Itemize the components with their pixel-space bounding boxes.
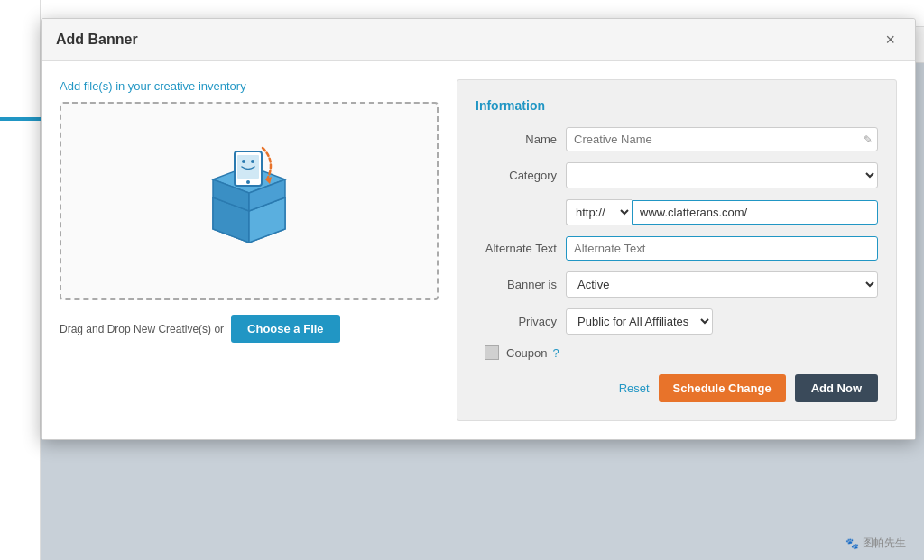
background-sidebar [0,0,41,560]
coupon-label: Coupon [506,346,548,360]
svg-point-2 [246,180,250,184]
category-label: Category [476,169,566,182]
name-input-wrapper: ✎ [566,127,878,151]
watermark-text: 图帕先生 [863,536,906,551]
svg-point-3 [242,160,245,163]
upload-label: Add file(s) in your creative inventory [60,79,439,93]
alt-text-row: Alternate Text [476,236,878,261]
info-title: Information [476,98,878,113]
choose-file-button[interactable]: Choose a File [231,315,340,343]
drop-text: Drag and Drop New Creative(s) or [60,323,224,335]
reset-button[interactable]: Reset [619,381,650,395]
modal-title: Add Banner [56,32,138,48]
banner-is-label: Banner is [476,278,566,291]
alt-text-input[interactable] [566,236,878,261]
modal-header: Add Banner × [42,19,915,61]
name-input[interactable] [566,127,878,151]
add-banner-modal: Add Banner × Add file(s) in your creativ… [41,18,916,440]
drop-zone[interactable] [60,102,439,300]
schedule-change-button[interactable]: Schedule Change [659,374,786,402]
alt-text-label: Alternate Text [476,242,566,255]
coupon-checkbox[interactable] [485,345,499,360]
watermark: 🐾 图帕先生 [845,536,906,551]
modal-body: Add file(s) in your creative inventory [42,61,915,439]
category-select[interactable] [566,162,878,188]
close-button[interactable]: × [880,30,901,50]
form-actions: Reset Schedule Change Add Now [476,374,878,402]
drop-zone-footer: Drag and Drop New Creative(s) or Choose … [60,315,439,343]
url-row: http:// https:// [476,199,878,225]
modal-overlay: Se Add Banner × Add file(s) in your crea… [0,0,924,560]
watermark-icon: 🐾 [845,537,859,550]
add-now-button[interactable]: Add Now [795,374,878,402]
edit-icon: ✎ [864,133,873,146]
coupon-help-icon[interactable]: ? [553,346,559,360]
sidebar-accent [0,117,41,121]
name-label: Name [476,133,566,146]
name-row: Name ✎ [476,127,878,151]
url-input[interactable] [632,200,878,225]
privacy-label: Privacy [476,315,566,328]
coupon-row: Coupon ? [476,345,878,360]
url-protocol-select[interactable]: http:// https:// [566,199,632,225]
privacy-row: Privacy Public for All Affiliates Privat… [476,308,878,335]
banner-is-row: Banner is Active Inactive [476,271,878,298]
svg-rect-1 [237,155,259,179]
left-panel: Add file(s) in your creative inventory [60,79,439,421]
svg-point-4 [251,160,254,163]
privacy-select[interactable]: Public for All Affiliates Private [566,308,713,335]
category-row: Category [476,162,878,188]
banner-is-select[interactable]: Active Inactive [566,271,878,298]
right-panel: Information Name ✎ Category [457,79,897,421]
upload-icon [195,139,303,250]
